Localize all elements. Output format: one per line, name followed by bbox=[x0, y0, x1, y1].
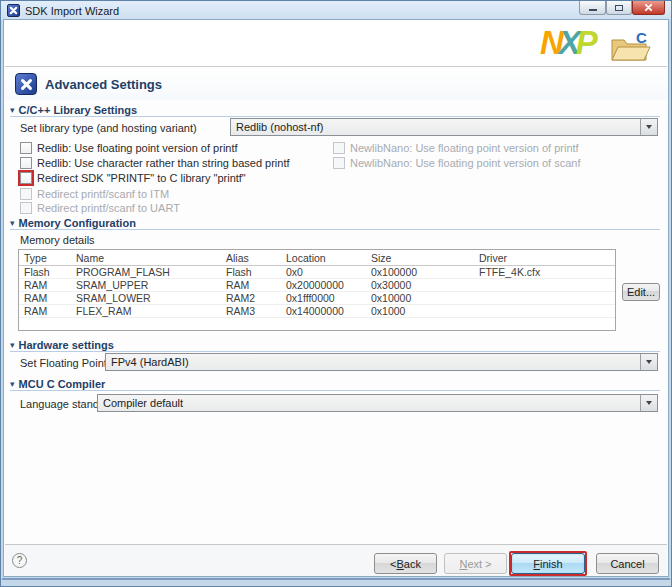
title-bar[interactable]: SDK Import Wizard bbox=[1, 1, 671, 20]
nxp-logo: N X P bbox=[540, 26, 595, 60]
checkbox-redirect-itm: Redirect printf/scanf to ITM bbox=[20, 187, 169, 201]
nxp-letter-n: N bbox=[540, 26, 561, 60]
library-type-select[interactable]: Redlib (nohost-nf) bbox=[230, 118, 658, 136]
edit-button[interactable]: Edit... bbox=[622, 283, 660, 301]
window-bottom-edge bbox=[2, 578, 670, 580]
help-icon: ? bbox=[17, 555, 23, 566]
language-standard-value: Compiler default bbox=[98, 397, 640, 409]
section-memory-configuration[interactable]: ▾ Memory Configuration bbox=[10, 216, 660, 230]
checkbox-label: Redirect printf/scanf to UART bbox=[37, 202, 180, 214]
floating-point-select[interactable]: FPv4 (HardABI) bbox=[105, 353, 658, 371]
table-row[interactable]: RAM FLEX_RAM RAM3 0x14000000 0x1000 bbox=[19, 305, 615, 318]
back-button[interactable]: < Back bbox=[374, 553, 437, 574]
finish-button[interactable]: Finish bbox=[511, 553, 585, 574]
page-title: Advanced Settings bbox=[45, 77, 162, 92]
table-row[interactable]: RAM SRAM_LOWER RAM2 0x1fff0000 0x10000 bbox=[19, 292, 615, 305]
col-name[interactable]: Name bbox=[71, 252, 221, 264]
chevron-down-icon[interactable] bbox=[640, 395, 657, 411]
language-standard-select[interactable]: Compiler default bbox=[97, 394, 658, 412]
table-row[interactable]: Flash PROGRAM_FLASH Flash 0x0 0x100000 F… bbox=[19, 266, 615, 279]
checkbox-newlibnano-float-scanf: NewlibNano: Use floating point version o… bbox=[333, 156, 581, 170]
section-hardware-settings[interactable]: ▾ Hardware settings bbox=[10, 338, 660, 352]
sdk-import-wizard-window: SDK Import Wizard N X P C Advanced Setti… bbox=[0, 0, 672, 587]
col-driver[interactable]: Driver bbox=[474, 252, 615, 264]
checkbox-newlibnano-float-printf: NewlibNano: Use floating point version o… bbox=[333, 141, 579, 155]
checkbox-box[interactable] bbox=[20, 142, 32, 154]
c-project-folder-icon: C bbox=[610, 30, 652, 68]
help-button[interactable]: ? bbox=[12, 553, 27, 568]
col-size[interactable]: Size bbox=[366, 252, 474, 264]
col-alias[interactable]: Alias bbox=[221, 252, 281, 264]
minimize-button[interactable] bbox=[579, 1, 606, 15]
maximize-button[interactable] bbox=[606, 1, 632, 15]
checkbox-label: Redirect SDK "PRINTF" to C library "prin… bbox=[37, 172, 246, 184]
col-location[interactable]: Location bbox=[281, 252, 366, 264]
app-x-icon bbox=[7, 4, 20, 17]
checkbox-redlib-float-printf[interactable]: Redlib: Use floating point version of pr… bbox=[20, 141, 238, 155]
checkbox-label: Redirect printf/scanf to ITM bbox=[37, 188, 169, 200]
checkbox-box bbox=[20, 202, 32, 214]
memory-details-label: Memory details bbox=[20, 234, 95, 246]
nxp-letter-p: P bbox=[576, 26, 595, 60]
checkbox-label: Redlib: Use floating point version of pr… bbox=[37, 142, 238, 154]
collapse-twistie-icon[interactable]: ▾ bbox=[10, 218, 15, 228]
collapse-twistie-icon[interactable]: ▾ bbox=[10, 340, 15, 350]
library-type-label: Set library type (and hosting variant) bbox=[20, 122, 197, 134]
checkbox-redirect-uart: Redirect printf/scanf to UART bbox=[20, 201, 180, 215]
advanced-settings-x-icon bbox=[15, 73, 37, 95]
library-type-value: Redlib (nohost-nf) bbox=[231, 121, 640, 133]
checkbox-box bbox=[333, 142, 345, 154]
checkbox-redirect-sdk-printf[interactable]: Redirect SDK "PRINTF" to C library "prin… bbox=[20, 171, 246, 185]
section-title: C/C++ Library Settings bbox=[19, 104, 138, 116]
collapse-twistie-icon[interactable]: ▾ bbox=[10, 379, 15, 389]
finish-annotation-box: Finish bbox=[509, 551, 587, 576]
memory-table[interactable]: Type Name Alias Location Size Driver Fla… bbox=[18, 249, 616, 331]
section-mcu-c-compiler[interactable]: ▾ MCU C Compiler bbox=[10, 377, 660, 391]
cancel-button[interactable]: Cancel bbox=[596, 553, 659, 574]
checkbox-label: NewlibNano: Use floating point version o… bbox=[350, 142, 579, 154]
next-button: Next > bbox=[444, 553, 507, 574]
chevron-down-icon[interactable] bbox=[640, 119, 657, 135]
checkbox-redlib-char-printf[interactable]: Redlib: Use character rather than string… bbox=[20, 156, 290, 170]
floating-point-value: FPv4 (HardABI) bbox=[106, 356, 640, 368]
window-title: SDK Import Wizard bbox=[25, 5, 119, 17]
section-title: Memory Configuration bbox=[19, 217, 136, 229]
advanced-settings-header: Advanced Settings bbox=[5, 68, 667, 100]
section-library-settings[interactable]: ▾ C/C++ Library Settings bbox=[10, 103, 660, 117]
checkbox-box bbox=[333, 157, 345, 169]
chevron-down-icon[interactable] bbox=[640, 354, 657, 370]
collapse-twistie-icon[interactable]: ▾ bbox=[10, 105, 15, 115]
maximize-icon bbox=[615, 5, 623, 11]
checkbox-box-annotated[interactable] bbox=[20, 172, 32, 184]
checkbox-label: NewlibNano: Use floating point version o… bbox=[350, 157, 581, 169]
close-button[interactable] bbox=[632, 1, 665, 15]
section-title: MCU C Compiler bbox=[19, 378, 106, 390]
section-title: Hardware settings bbox=[19, 339, 114, 351]
minimize-icon bbox=[589, 9, 597, 11]
col-type[interactable]: Type bbox=[19, 252, 71, 264]
table-row[interactable]: RAM SRAM_UPPER RAM 0x20000000 0x30000 bbox=[19, 279, 615, 292]
checkbox-box[interactable] bbox=[20, 157, 32, 169]
svg-text:C: C bbox=[636, 30, 647, 46]
table-header-row[interactable]: Type Name Alias Location Size Driver bbox=[19, 250, 615, 266]
checkbox-box bbox=[20, 188, 32, 200]
checkbox-label: Redlib: Use character rather than string… bbox=[37, 157, 290, 169]
close-icon bbox=[644, 3, 653, 12]
